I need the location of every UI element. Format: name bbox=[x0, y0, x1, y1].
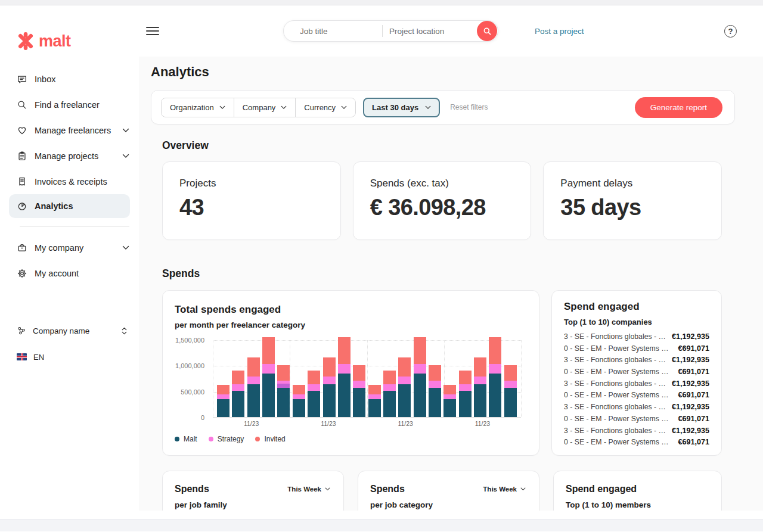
stacked-bar[interactable] bbox=[323, 357, 336, 417]
malt-asterisk-icon bbox=[17, 32, 35, 50]
stacked-bar[interactable] bbox=[247, 357, 260, 417]
card-title: Spend engaged bbox=[566, 484, 637, 494]
company-name: 3 - SE - Fonctions globales - USA bbox=[564, 332, 672, 341]
stat-value: 35 days bbox=[560, 195, 705, 220]
stacked-bar[interactable] bbox=[443, 385, 456, 417]
spends-heading: Spends bbox=[162, 267, 735, 280]
company-row[interactable]: 0 - SE - EM - Power Systems & Se... €691… bbox=[564, 438, 709, 450]
heart-icon bbox=[17, 125, 27, 136]
legend-item-strategy[interactable]: Strategy bbox=[209, 435, 244, 443]
sidebar-item-label: Analytics bbox=[35, 201, 73, 211]
stacked-bar[interactable] bbox=[474, 357, 486, 417]
sidebar-item-invoices[interactable]: Invoices & receipts bbox=[0, 169, 139, 194]
sidebar-item-analytics[interactable]: Analytics bbox=[9, 194, 130, 218]
sidebar-item-label: My company bbox=[35, 243, 83, 253]
chart-legend: Malt Strategy Invited bbox=[175, 435, 527, 443]
search-icon bbox=[483, 27, 492, 36]
stacked-bar[interactable] bbox=[308, 371, 320, 417]
stacked-bar[interactable] bbox=[262, 337, 275, 417]
stacked-bar[interactable] bbox=[217, 385, 229, 417]
language-selector[interactable]: EN bbox=[0, 349, 139, 365]
this-week-dropdown[interactable]: This Week bbox=[287, 486, 330, 493]
company-spend-value: €1,192,935 bbox=[672, 403, 709, 411]
company-row[interactable]: 0 - SE - EM - Power Systems & Se... €691… bbox=[564, 344, 709, 356]
sidebar-item-label: My account bbox=[35, 269, 79, 278]
main-column: Post a project ? Analytics Organization … bbox=[139, 5, 763, 511]
organization-icon bbox=[17, 326, 26, 335]
generate-report-button[interactable]: Generate report bbox=[635, 97, 722, 118]
sidebar-item-my-account[interactable]: My account bbox=[0, 260, 139, 286]
malt-logo[interactable]: malt bbox=[17, 29, 139, 53]
bottom-cards-row: Spends This Week per job family Spends T… bbox=[162, 471, 722, 511]
currency-filter-dropdown[interactable]: Currency bbox=[296, 98, 355, 117]
sidebar-item-label: Inbox bbox=[35, 74, 55, 84]
job-title-input[interactable] bbox=[284, 27, 382, 36]
x-tick-label: 11/23 bbox=[475, 420, 491, 427]
search-icon bbox=[17, 99, 27, 110]
sidebar-item-my-company[interactable]: My company bbox=[0, 235, 139, 260]
sidebar-item-manage-freelancers[interactable]: Manage freelancers bbox=[0, 117, 139, 143]
y-tick-label: 0 bbox=[201, 414, 204, 421]
stacked-bar[interactable] bbox=[489, 337, 501, 417]
logo-wordmark: malt bbox=[39, 32, 71, 51]
company-spend-value: €691,071 bbox=[678, 391, 709, 399]
stacked-bar[interactable] bbox=[398, 357, 411, 417]
company-spend-value: €1,192,935 bbox=[672, 356, 709, 364]
company-row[interactable]: 3 - SE - Fonctions globales - USA €1,192… bbox=[564, 403, 709, 415]
gridline bbox=[521, 340, 522, 417]
company-name: 0 - SE - EM - Power Systems & Se... bbox=[564, 344, 678, 353]
organization-filter-dropdown[interactable]: Organization bbox=[162, 98, 234, 117]
stacked-bar[interactable] bbox=[429, 365, 441, 417]
company-filter-dropdown[interactable]: Company bbox=[234, 98, 296, 117]
page-title: Analytics bbox=[151, 64, 735, 80]
chart-y-axis: 1,500,000 1,000,000 500,000 0 bbox=[175, 340, 213, 418]
post-a-project-link[interactable]: Post a project bbox=[535, 27, 584, 36]
company-row[interactable]: 0 - SE - EM - Power Systems & Se... €691… bbox=[564, 391, 709, 403]
sidebar-item-manage-projects[interactable]: Manage projects bbox=[0, 143, 139, 169]
overview-heading: Overview bbox=[162, 139, 735, 152]
stacked-bar[interactable] bbox=[277, 365, 290, 417]
company-row[interactable]: 0 - SE - EM - Power Systems & Se... €691… bbox=[564, 368, 709, 379]
payment-delays-card: Payment delays 35 days bbox=[543, 161, 722, 240]
card-subtitle: per job family bbox=[175, 500, 330, 509]
stacked-bar[interactable] bbox=[383, 371, 396, 417]
chart-plot bbox=[213, 340, 521, 418]
sidebar-item-find-freelancer[interactable]: Find a freelancer bbox=[0, 92, 139, 117]
stacked-bar[interactable] bbox=[459, 371, 472, 417]
stacked-bar[interactable] bbox=[504, 365, 517, 417]
stacked-bar[interactable] bbox=[232, 371, 244, 417]
dropdown-label: Company bbox=[243, 103, 276, 112]
this-week-dropdown[interactable]: This Week bbox=[483, 486, 526, 493]
help-icon[interactable]: ? bbox=[724, 25, 737, 38]
search-button[interactable] bbox=[477, 21, 497, 41]
reset-filters-button[interactable]: Reset filters bbox=[450, 103, 488, 111]
sidebar-item-inbox[interactable]: Inbox bbox=[0, 66, 139, 92]
stacked-bar[interactable] bbox=[414, 337, 426, 417]
company-row[interactable]: 3 - SE - Fonctions globales - USA €1,192… bbox=[564, 356, 709, 368]
period-filter-dropdown[interactable]: Last 30 days bbox=[363, 98, 440, 117]
project-location-input[interactable] bbox=[383, 27, 477, 36]
card-subtitle: per job category bbox=[370, 500, 526, 509]
company-row[interactable]: 3 - SE - Fonctions globales - USA €1,192… bbox=[564, 379, 709, 391]
period-label: This Week bbox=[287, 486, 321, 493]
hamburger-menu-icon[interactable] bbox=[146, 24, 159, 38]
total-spends-chart-card: Total spends engaged per month per freel… bbox=[162, 290, 539, 456]
stacked-bar[interactable] bbox=[338, 337, 351, 417]
stacked-bar[interactable] bbox=[353, 365, 365, 417]
stacked-bar[interactable] bbox=[368, 385, 381, 417]
legend-dot bbox=[209, 437, 213, 441]
legend-dot bbox=[255, 437, 260, 441]
chevron-down-icon bbox=[219, 105, 225, 110]
legend-item-invited[interactable]: Invited bbox=[255, 435, 285, 443]
y-tick-label: 500,000 bbox=[181, 388, 204, 396]
card-title: Spends bbox=[370, 484, 405, 494]
browser-chrome-strip bbox=[0, 0, 763, 5]
company-row[interactable]: 3 - SE - Fonctions globales - USA €1,192… bbox=[564, 427, 709, 438]
card-subtitle: Top (1 to 10) members bbox=[566, 500, 708, 509]
company-row[interactable]: 3 - SE - Fonctions globales - USA €1,192… bbox=[564, 332, 709, 344]
stacked-bar[interactable] bbox=[293, 385, 305, 417]
company-switcher[interactable]: Company name bbox=[0, 322, 139, 340]
company-row[interactable]: 0 - SE - EM - Power Systems & Se... €691… bbox=[564, 415, 709, 427]
legend-item-malt[interactable]: Malt bbox=[175, 435, 197, 443]
period-label: Last 30 days bbox=[372, 103, 418, 112]
